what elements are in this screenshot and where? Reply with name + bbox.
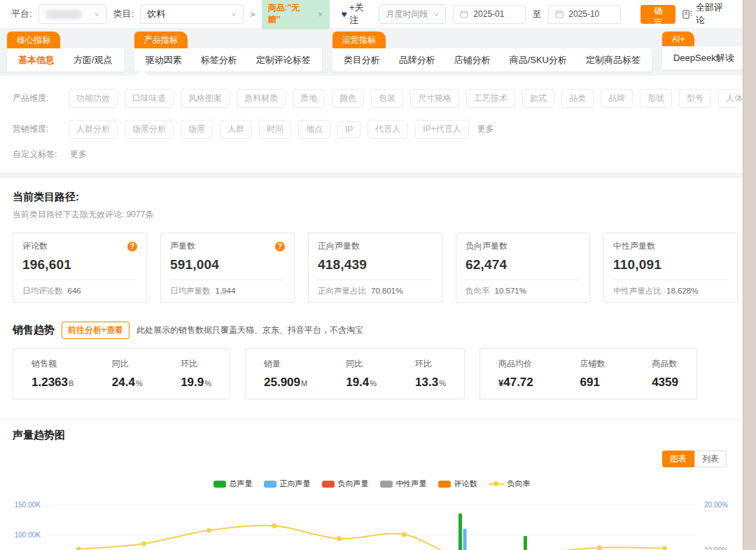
tab[interactable]: 基本信息 bbox=[18, 54, 55, 67]
tab[interactable]: 标签分析 bbox=[201, 54, 237, 67]
keyword-tag[interactable]: 商品:"无糖" × bbox=[262, 0, 330, 29]
sales-metric: 商品均价¥47.72 bbox=[498, 358, 533, 390]
filter-chip[interactable]: IP bbox=[337, 121, 360, 138]
filter-chip[interactable]: 品类 bbox=[561, 89, 594, 108]
tab[interactable]: 店铺分析 bbox=[454, 54, 491, 67]
volume-chart-section: 声量趋势图 图表列表 总声量正向声量负向声量中性声量评论数负向率 150.00K… bbox=[0, 419, 743, 550]
sales-analyze-button[interactable]: 前往分析+查看 bbox=[62, 322, 130, 339]
filter-chip[interactable]: IP+代言人 bbox=[415, 120, 468, 139]
filter-chip[interactable]: 人群分析 bbox=[69, 120, 118, 139]
sales-section-title: 销售趋势 bbox=[13, 324, 55, 337]
tab-group-tag: AI+ bbox=[662, 32, 694, 46]
legend-item[interactable]: 负向声量 bbox=[322, 479, 369, 489]
filter-chip[interactable]: 场景 bbox=[181, 120, 213, 139]
filter-chip[interactable]: 场景分析 bbox=[125, 120, 174, 139]
filter-chip[interactable]: 口味味道 bbox=[125, 89, 174, 108]
sales-note: 此处展示的销售数据只覆盖天猫、京东、抖音平台，不含淘宝 bbox=[136, 324, 363, 336]
sales-metric-number: 25.909 bbox=[264, 376, 300, 389]
tab-bar: 类目分析品牌分析店铺分析商品/SKU分析定制商品标签 bbox=[332, 48, 652, 71]
filter-more-link[interactable]: 更多 bbox=[477, 123, 494, 135]
metric-divider bbox=[22, 280, 137, 280]
date-from-input[interactable]: 2025-01 bbox=[453, 5, 526, 24]
legend-item[interactable]: 正向声量 bbox=[264, 479, 311, 489]
help-icon[interactable]: ? bbox=[127, 242, 137, 252]
period-select[interactable]: 月度时间段 ∨ bbox=[379, 4, 446, 24]
filter-row: 产品维度:功能功效口味味道风格图案原料材质质地颜色包装尺寸规格工艺技术款式品类品… bbox=[0, 81, 743, 115]
tab-bar: 基本信息方面/观点 bbox=[7, 48, 124, 71]
filter-chip[interactable]: 原料材质 bbox=[237, 89, 286, 108]
all-comments-button[interactable]: 全部评论 bbox=[682, 1, 732, 27]
date-to-value: 2025-10 bbox=[568, 9, 599, 19]
filter-chip[interactable]: 人群 bbox=[220, 120, 252, 139]
sales-metric-number: 13.3 bbox=[415, 376, 438, 389]
date-to-input[interactable]: 2025-10 bbox=[548, 5, 621, 24]
metric-value: 418,439 bbox=[318, 257, 433, 273]
metric-footer-value: 1,944 bbox=[216, 287, 236, 295]
line-point bbox=[597, 545, 602, 550]
legend-item[interactable]: 评论数 bbox=[438, 479, 477, 489]
tab[interactable]: 品牌分析 bbox=[399, 54, 435, 67]
filter-chip[interactable]: 风格图案 bbox=[181, 89, 230, 108]
metric-footer-label: 负向率 bbox=[465, 287, 490, 295]
platform-select[interactable]: ∨ bbox=[38, 4, 107, 24]
tab[interactable]: 类目分析 bbox=[344, 54, 380, 67]
category-path-subtitle: 当前类目路径下去除无效评论: 9077条 bbox=[13, 209, 731, 221]
line-point bbox=[662, 546, 667, 550]
toggle-chart-button[interactable]: 图表 bbox=[662, 451, 694, 467]
tab-group-tag: 核心指标 bbox=[7, 32, 60, 48]
legend-item[interactable]: 总声量 bbox=[214, 479, 253, 489]
tab[interactable]: 商品/SKU分析 bbox=[510, 54, 567, 67]
legend-item[interactable]: 负向率 bbox=[489, 479, 531, 489]
follow-button[interactable]: ♥ +关注 bbox=[342, 1, 373, 27]
page-scroll-gutter[interactable] bbox=[743, 0, 756, 550]
filter-chip[interactable]: 代言人 bbox=[368, 120, 408, 139]
sales-metric-label: 环比 bbox=[181, 358, 211, 370]
filter-chip[interactable]: 包装 bbox=[371, 89, 403, 108]
negative-rate-line bbox=[79, 525, 665, 550]
metric-footer: 中性声量占比18.628% bbox=[613, 286, 728, 296]
filter-chip[interactable]: 型号 bbox=[679, 89, 711, 108]
filter-chip[interactable]: 时间 bbox=[259, 120, 291, 139]
filter-chip[interactable]: 形状 bbox=[640, 89, 672, 108]
legend-swatch bbox=[438, 481, 451, 488]
line-point bbox=[402, 532, 407, 537]
filter-chip[interactable]: 工艺技术 bbox=[466, 89, 515, 108]
y-axis-left-label: 100.00K bbox=[15, 531, 41, 539]
metric-footer: 日均声量数1,944 bbox=[170, 286, 285, 296]
filter-chip[interactable]: 尺寸规格 bbox=[410, 89, 459, 108]
filter-chip[interactable]: 颜色 bbox=[332, 89, 364, 108]
tab[interactable]: 定制评论标签 bbox=[256, 54, 311, 67]
filter-chip[interactable]: 款式 bbox=[522, 89, 554, 108]
sales-metric-label: 同比 bbox=[112, 358, 143, 370]
keyword-tag-label: 商品:"无糖" bbox=[268, 2, 312, 26]
tab[interactable]: DeepSeek解读 bbox=[673, 52, 734, 64]
tab[interactable]: 定制商品标签 bbox=[586, 54, 640, 67]
confirm-button[interactable]: 确定 bbox=[640, 5, 676, 24]
date-from-value: 2025-01 bbox=[473, 9, 504, 19]
line-point bbox=[206, 528, 211, 533]
tabs-strip: 核心指标基本信息方面/观点产品指标驱动因素标签分析定制评论标签运营指标类目分析品… bbox=[0, 32, 743, 71]
platform-label: 平台: bbox=[11, 8, 32, 20]
filter-panel: 产品维度:功能功效口味味道风格图案原料材质质地颜色包装尺寸规格工艺技术款式品类品… bbox=[0, 76, 743, 172]
filter-chip[interactable]: 功能功效 bbox=[69, 89, 118, 108]
metric-footer-value: 18.628% bbox=[666, 287, 698, 295]
metric-footer-value: 646 bbox=[68, 287, 81, 295]
panel-notch bbox=[136, 70, 148, 82]
toggle-list-button[interactable]: 列表 bbox=[694, 451, 727, 467]
tab[interactable]: 方面/观点 bbox=[74, 54, 113, 67]
sales-metric: 环比19.9% bbox=[181, 358, 211, 390]
filter-chip[interactable]: 地点 bbox=[298, 120, 330, 139]
chevron-down-icon: ∨ bbox=[231, 11, 237, 17]
sales-metric-value: 1.2363B bbox=[31, 376, 74, 390]
sales-metric-number: 19.4 bbox=[346, 376, 369, 389]
filter-chip[interactable]: 品牌 bbox=[601, 89, 633, 108]
filter-chip[interactable]: 质地 bbox=[293, 89, 325, 108]
chevron-down-icon: ∨ bbox=[94, 11, 100, 17]
line-point bbox=[141, 541, 146, 546]
close-icon[interactable]: × bbox=[318, 9, 323, 20]
filter-more-link[interactable]: 更多 bbox=[70, 149, 87, 160]
help-icon[interactable]: ? bbox=[275, 242, 285, 252]
category-select[interactable]: 饮料 ∨ bbox=[140, 4, 244, 24]
legend-item[interactable]: 中性声量 bbox=[380, 479, 427, 489]
tab[interactable]: 驱动因素 bbox=[146, 54, 182, 67]
